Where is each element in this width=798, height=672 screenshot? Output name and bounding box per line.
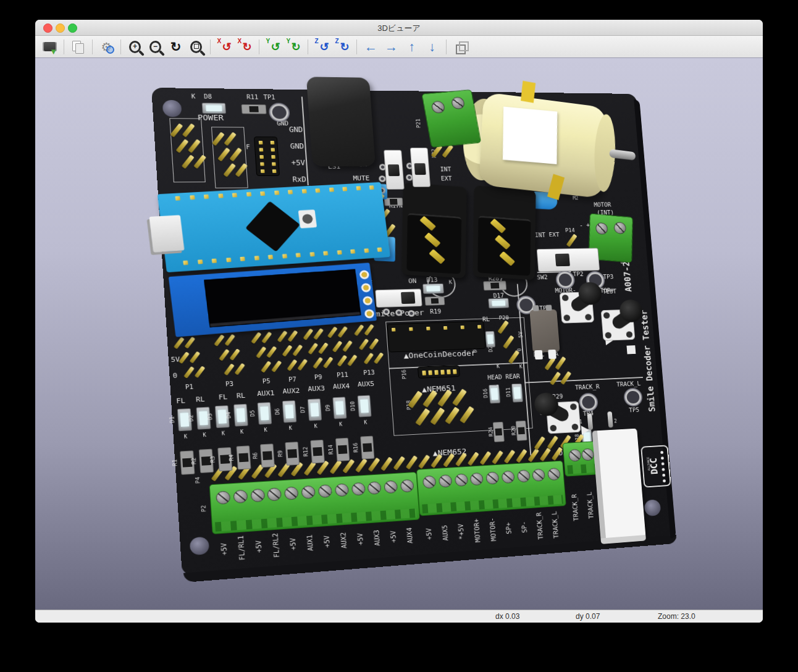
arduino-pin [342, 187, 347, 191]
terminal-screw [250, 489, 265, 502]
ortho-view-button[interactable] [451, 38, 470, 56]
chip-pin [532, 305, 539, 311]
dcc-socket [401, 182, 467, 278]
tactile-button [546, 401, 581, 434]
mcu-chip [245, 201, 300, 251]
terminal-screw [400, 479, 414, 493]
arduino-pin [268, 255, 273, 259]
pan-left-button[interactable]: ← [361, 38, 380, 56]
statusbar: dx 0.03 dy 0.07 Zoom: 23.0 [35, 610, 763, 623]
terminal-screw [267, 487, 282, 501]
rotate-z-neg-button[interactable]: Z↺ [313, 38, 332, 56]
arduino-pin [301, 189, 306, 193]
arduino-pin [232, 193, 237, 197]
toolbar-separator [446, 40, 447, 54]
rotate-x-pos-button[interactable]: X↻ [235, 38, 254, 56]
pan-down-button[interactable]: ↓ [422, 38, 442, 56]
arduino-pin [323, 251, 328, 256]
dcc-logo-text: DCC [648, 458, 660, 475]
motor-sticker [503, 107, 557, 164]
reload-board-button[interactable]: ▼ [40, 38, 59, 56]
terminal-screw [532, 469, 545, 482]
copy-image-button[interactable] [69, 38, 88, 56]
zoom-in-button[interactable]: + [125, 38, 145, 56]
toolbar-separator [356, 40, 357, 54]
oled-pin [361, 283, 371, 292]
oled-pin [359, 270, 369, 279]
arduino-pin [226, 258, 231, 262]
arduino-pin [212, 259, 217, 263]
terminal-screw [368, 481, 382, 495]
toolbar-separator [120, 40, 121, 54]
3d-viewer-window: 3Dビューア ▼⚙+−↻X↺X↻Y↺Y↻Z↺Z↻←→↑↓ KD8R11TP1PO… [35, 20, 763, 623]
tactile-button [601, 309, 636, 341]
desktop-background: 3Dビューア ▼⚙+−↻X↺X↻Y↺Y↻Z↺Z↻←→↑↓ KD8R11TP1PO… [0, 0, 798, 672]
window-title: 3Dビューア [35, 23, 763, 34]
status-zoom: Zoom: 23.0 [658, 612, 695, 621]
relay-pin [607, 411, 613, 427]
arduino-board [158, 182, 390, 272]
terminal-screw [384, 480, 398, 494]
rotate-y-neg-button[interactable]: Y↺ [264, 38, 283, 56]
status-dx: dx 0.03 [495, 612, 519, 621]
terminal-screw [430, 101, 445, 114]
arduino-pin-row [175, 185, 374, 201]
rotate-x-neg-button[interactable]: X↺ [215, 38, 234, 56]
int-ext-switch [410, 148, 430, 187]
terminal-screw [501, 471, 514, 484]
rotate-z-pos-button[interactable]: Z↻ [333, 38, 352, 56]
pan-right-button[interactable]: → [382, 38, 401, 56]
zoom-fit-button[interactable] [187, 38, 206, 56]
pan-up-button[interactable]: ↑ [402, 38, 421, 56]
switch-knob [555, 254, 570, 267]
smile-power-switch [375, 288, 422, 308]
arduino-pin [274, 191, 279, 195]
arduino-pin [190, 195, 195, 200]
dcc-logo-wheels [660, 451, 663, 454]
terminal-screw [516, 469, 530, 482]
arduino-pin [218, 194, 223, 198]
titlebar[interactable]: 3Dビューア [35, 20, 763, 36]
terminal-screw [454, 473, 468, 486]
relay-pin [587, 414, 594, 430]
terminal-screw [351, 482, 365, 496]
chip-pin [548, 350, 556, 359]
arduino-pin [175, 196, 180, 200]
terminal-screw [439, 474, 452, 488]
terminal-screw [470, 472, 484, 485]
terminal-screw [422, 476, 437, 489]
terminal-screw [485, 471, 499, 484]
toolbar-separator [64, 40, 64, 54]
redraw-button[interactable]: ↻ [166, 38, 185, 56]
3d-viewport[interactable]: KD8R11TP1POWERGNDGNDGND+5VRxDRSTFLS1ONMU… [35, 58, 763, 610]
arduino-pin [377, 248, 382, 252]
arduino-pin [240, 257, 245, 261]
switch-knob [388, 164, 400, 176]
arduino-pin [356, 186, 361, 190]
render-options-button[interactable]: ⚙ [97, 38, 116, 56]
terminal-strip [209, 472, 420, 534]
motor-int-ext-switch [537, 248, 600, 272]
terminal-screw [595, 222, 608, 235]
toolbar-separator [308, 40, 308, 54]
zoom-out-button[interactable]: − [146, 38, 165, 56]
board-components-layer: ALLIANCE DCC [151, 88, 673, 576]
relay-component [592, 429, 645, 541]
terminal-screw [614, 222, 626, 235]
terminal-screw [581, 448, 594, 461]
terminal-strip [416, 461, 566, 516]
terminal-screw [233, 490, 248, 503]
oled-pin [364, 309, 374, 319]
chip-pin [545, 305, 552, 311]
arduino-pin [282, 254, 287, 258]
rotate-y-pos-button[interactable]: Y↻ [284, 38, 303, 56]
terminal-screw [284, 487, 299, 500]
terminal-screw [301, 485, 316, 499]
toolbar-separator [210, 40, 211, 54]
chip-pin [534, 350, 543, 359]
pcb-board: KD8R11TP1POWERGNDGNDGND+5VRxDRSTFLS1ONMU… [151, 88, 673, 576]
speaker-terminal-block [421, 90, 481, 148]
terminal-screw [335, 483, 349, 497]
terminal-screw [451, 96, 466, 109]
tactile-button [560, 292, 595, 323]
